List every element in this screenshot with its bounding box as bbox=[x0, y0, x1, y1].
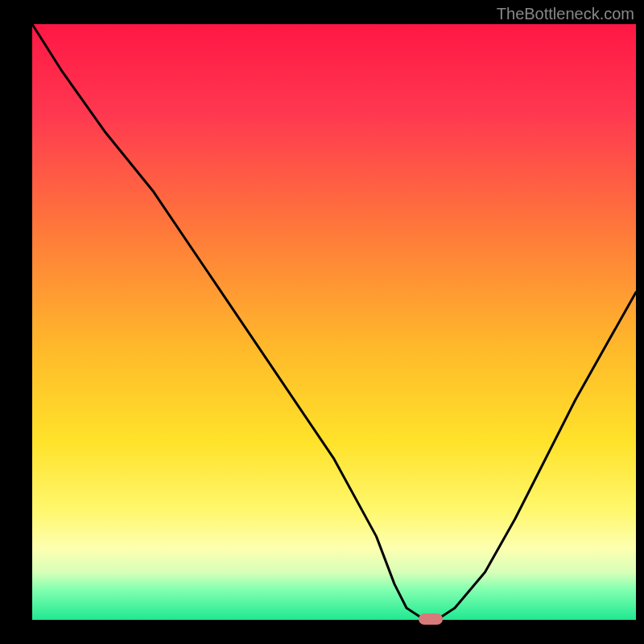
bottleneck-chart bbox=[0, 0, 644, 644]
svg-rect-2 bbox=[419, 613, 443, 625]
chart-container: TheBottleneck.com bbox=[0, 0, 644, 644]
watermark-text: TheBottleneck.com bbox=[497, 5, 634, 23]
svg-rect-1 bbox=[32, 24, 636, 620]
